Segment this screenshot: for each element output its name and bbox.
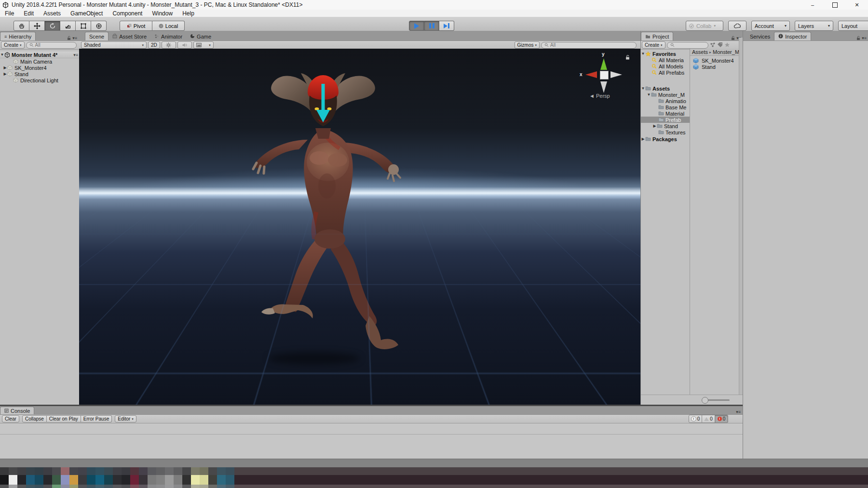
play-button[interactable] [409,21,424,31]
tab-game[interactable]: Game [186,32,215,40]
axis-center-cube[interactable] [600,71,609,79]
search-by-type-icon[interactable] [710,42,716,49]
folder-textures[interactable]: Textures [641,129,690,135]
panel-menu-icon[interactable]: ▾≡ [862,36,867,40]
lock-icon[interactable] [67,36,71,40]
viewport-lock-icon[interactable] [625,53,630,62]
breadcrumb-current[interactable]: Monster_M [713,49,739,55]
tab-animator[interactable]: Animator [150,32,186,40]
console-warning-filter-button[interactable]: 0 [702,415,715,423]
menu-edit[interactable]: Edit [19,10,39,17]
hand-tool-button[interactable] [14,21,29,31]
layout-dropdown[interactable]: Layout ▾ [838,21,868,31]
expand-arrow-icon[interactable]: ▶ [652,124,657,128]
scene-search-input[interactable]: All [541,42,637,49]
hierarchy-item-sk-monster4[interactable]: ▶ SK_Monster4 [0,65,79,71]
hierarchy-item-directional-light[interactable]: Directional Light [0,77,79,83]
favorite-all-models[interactable]: All Models [641,63,690,69]
menu-window[interactable]: Window [147,10,177,17]
audio-toggle-button[interactable] [177,41,192,49]
panel-menu-icon[interactable]: ▾≡ [736,409,741,414]
shading-mode-dropdown[interactable]: Shaded ▾ [81,41,147,49]
project-assets-row[interactable]: ▼ Assets [641,85,690,92]
lock-icon[interactable] [856,36,860,40]
perspective-toggle[interactable]: ◄ Persp [589,93,610,99]
step-button[interactable] [439,21,454,31]
collab-dropdown[interactable]: Collab ▾ [686,21,723,31]
expand-arrow-icon[interactable]: ▼ [647,92,651,97]
project-packages-row[interactable]: ▶ Packages [641,136,690,142]
panel-menu-icon[interactable]: ▾≡ [72,36,77,40]
pivot-toggle-button[interactable]: Pivot [120,21,152,31]
tab-scene[interactable]: Scene [85,32,108,40]
menu-help[interactable]: Help [177,10,199,17]
console-editor-dropdown[interactable]: Editor ▾ [115,415,136,422]
expand-arrow-icon[interactable]: ▼ [0,53,4,57]
tab-asset-store[interactable]: Asset Store [108,32,150,40]
hierarchy-create-button[interactable]: Create ▾ [1,41,25,49]
scene-row-menu-icon[interactable]: ▾≡ [73,53,79,57]
console-collapse-button[interactable]: Collapse [22,415,47,422]
close-button[interactable]: ✕ [846,0,868,10]
folder-prefab-selected[interactable]: Prefab [641,117,690,123]
console-error-pause-button[interactable]: Error Pause [81,415,112,422]
hierarchy-scene-row[interactable]: ▼ Monster Mutant 4* ▾≡ [0,52,79,58]
pause-button[interactable] [424,21,439,31]
move-tool-button[interactable] [29,21,45,31]
cloud-button[interactable] [728,21,746,31]
tab-console[interactable]: Console [0,407,34,414]
favorite-all-prefabs[interactable]: All Prefabs [641,69,690,76]
axis-orientation-gizmo[interactable]: y x ◄ Persp [581,52,627,100]
rect-tool-button[interactable] [76,21,91,31]
folder-animations[interactable]: Animatio [641,98,690,104]
folder-stand[interactable]: ▶ Stand [641,123,690,129]
search-by-label-icon[interactable] [717,42,723,49]
effects-dropdown[interactable]: ▾ [193,41,214,49]
console-log-area[interactable] [0,423,743,460]
folder-materials[interactable]: Material [641,110,690,117]
expand-arrow-icon[interactable]: ▶ [3,66,7,70]
tab-project[interactable]: Project [641,32,673,40]
file-stand[interactable]: Stand [690,64,743,70]
project-search-input[interactable] [667,42,708,49]
menu-gameobject[interactable]: GameObject [66,10,108,17]
lighting-toggle-button[interactable] [162,41,176,49]
hierarchy-item-main-camera[interactable]: Main Camera [0,58,79,65]
project-favorites-row[interactable]: ▼ Favorites [641,51,690,57]
expand-arrow-icon[interactable]: ▶ [3,72,7,76]
account-dropdown[interactable]: Account ▾ [751,21,790,31]
gizmos-dropdown[interactable]: Gizmos ▾ [515,41,540,49]
lock-icon[interactable] [731,36,735,40]
axis-z-cone[interactable] [610,71,622,78]
favorite-star-icon[interactable] [724,42,730,49]
hierarchy-search-input[interactable]: All [26,42,77,49]
project-create-button[interactable]: Create ▾ [642,41,665,49]
expand-arrow-icon[interactable]: ▼ [641,86,645,91]
console-info-filter-button[interactable]: ! 0 [689,415,702,423]
hierarchy-item-stand[interactable]: ▶ Stand [0,71,79,77]
favorite-all-materials[interactable]: All Materia [641,57,690,63]
axis-y-cone[interactable] [600,58,607,70]
expand-arrow-icon[interactable]: ▼ [641,52,645,56]
tab-services[interactable]: Services [746,32,774,40]
console-clear-on-play-button[interactable]: Clear on Play [47,415,81,422]
monster-model[interactable] [251,67,417,356]
tab-hierarchy[interactable]: ≡ Hierarchy [0,32,36,40]
console-clear-button[interactable]: Clear [2,415,19,422]
menu-assets[interactable]: Assets [39,10,66,17]
axis-x-cone[interactable] [585,71,597,78]
menu-file[interactable]: File [0,10,19,17]
scale-tool-button[interactable] [60,21,76,31]
console-splitter[interactable] [0,434,743,435]
file-sk-monster4[interactable]: SK_Monster4 [690,57,743,64]
folder-base-mesh[interactable]: Base Me [641,104,690,110]
expand-arrow-icon[interactable]: ▶ [641,137,645,141]
scene-viewport[interactable]: y x ◄ Persp [79,49,640,405]
transform-tool-button[interactable] [91,21,107,31]
2d-toggle-button[interactable]: 2D [148,41,160,49]
breadcrumb-root[interactable]: Assets [692,49,708,55]
layers-dropdown[interactable]: Layers ▾ [795,21,833,31]
console-error-filter-button[interactable]: ! 0 [715,415,728,423]
thumbnail-slider-knob[interactable] [702,397,708,404]
menu-component[interactable]: Component [108,10,147,17]
